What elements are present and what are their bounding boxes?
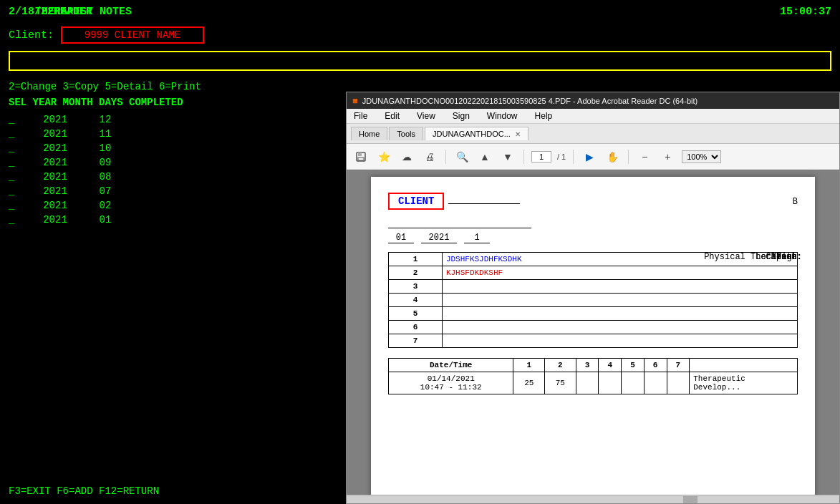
row-number: 6 bbox=[389, 321, 443, 334]
pt-row: Physical Therapist: bbox=[388, 215, 798, 228]
menu-sign[interactable]: Sign bbox=[450, 110, 473, 122]
terminal-header: 2/18/22 HEADER THERAPIST NOTES 15:00:37 bbox=[9, 6, 831, 18]
zoom-out-button[interactable]: 🔍 bbox=[453, 148, 470, 165]
table-row: 6 bbox=[389, 321, 798, 334]
dt-col-2: 2 bbox=[545, 359, 576, 372]
row-year: 2021 bbox=[30, 214, 80, 226]
pdf-window: ■ JDUNAGANTHDOCNO00120222021815003590825… bbox=[346, 92, 840, 504]
print-button[interactable]: 🖨 bbox=[421, 148, 438, 165]
row-month: 02 bbox=[80, 200, 130, 211]
page-number-input[interactable] bbox=[531, 151, 551, 163]
row-number: 4 bbox=[389, 294, 443, 307]
row-month: 08 bbox=[80, 171, 130, 183]
table-row: 2 KJHSFDKDKSHF bbox=[389, 266, 798, 280]
client-value: 9999 CLIENT NAME bbox=[61, 26, 204, 44]
yellow-bar[interactable] bbox=[9, 51, 831, 71]
select-tool-button[interactable]: ▶ bbox=[581, 148, 598, 165]
table-row: 5 bbox=[389, 307, 798, 321]
row-number: 3 bbox=[389, 280, 443, 294]
row-year: 2021 bbox=[30, 171, 80, 183]
row-sel: _ bbox=[9, 114, 30, 125]
row-number: 7 bbox=[389, 334, 443, 348]
row-year: 2021 bbox=[30, 114, 80, 125]
row-text bbox=[442, 280, 797, 294]
client-label: Client: bbox=[9, 29, 54, 42]
dt-val-6 bbox=[644, 372, 667, 394]
row-sel: _ bbox=[9, 142, 30, 154]
row-text bbox=[442, 307, 797, 321]
cloud-button[interactable]: ☁ bbox=[398, 148, 415, 165]
menu-window[interactable]: Window bbox=[484, 110, 521, 122]
row-year: 2021 bbox=[30, 157, 80, 168]
actions-row: 2=Change 3=Copy 5=Detail 6=Print bbox=[9, 81, 831, 92]
dt-col-note bbox=[690, 359, 798, 372]
hand-tool-button[interactable]: ✋ bbox=[604, 148, 621, 165]
dt-col-4: 4 bbox=[599, 359, 622, 372]
header-title: THERAPIST NOTES bbox=[35, 6, 132, 18]
pdf-titlebar-text: JDUNAGANTHDOCNO00120222021815003590825 4… bbox=[362, 97, 697, 105]
row-month: 11 bbox=[80, 128, 130, 140]
pdf-client-value: CLIENT bbox=[388, 193, 444, 210]
dt-col-3: 3 bbox=[576, 359, 599, 372]
header-time: 15:00:37 bbox=[780, 6, 831, 18]
terminal-footer: F3=EXIT F6=ADD F12=RETURN bbox=[9, 485, 159, 497]
scrollbar-thumb[interactable] bbox=[683, 496, 697, 503]
svg-rect-1 bbox=[358, 152, 362, 156]
tab-document[interactable]: JDUNAGANTHDOC... ✕ bbox=[425, 127, 528, 140]
items-table: 1 JDSHFKSJDHFKSDHK 2 KJHSFDKDKSHF 3 4 5 … bbox=[388, 252, 798, 348]
dt-val-3 bbox=[576, 372, 599, 394]
pdf-menubar: File Edit View Sign Window Help bbox=[347, 109, 839, 124]
zoom-plus-button[interactable]: + bbox=[659, 148, 676, 165]
row-sel: _ bbox=[9, 185, 30, 197]
horizontal-scrollbar[interactable] bbox=[347, 495, 839, 503]
page-value: 1 bbox=[464, 233, 490, 243]
table-row: 4 bbox=[389, 294, 798, 307]
pdf-titlebar: ■ JDUNAGANTHDOCNO00120222021815003590825… bbox=[347, 92, 839, 109]
table-row: 3 bbox=[389, 280, 798, 294]
pdf-label: PDF bbox=[811, 75, 827, 85]
dt-val-7 bbox=[667, 372, 690, 394]
menu-help[interactable]: Help bbox=[532, 110, 556, 122]
row-sel: _ bbox=[9, 200, 30, 211]
row-sel: _ bbox=[9, 128, 30, 140]
row-month: 01 bbox=[80, 214, 130, 226]
menu-edit[interactable]: Edit bbox=[382, 110, 402, 122]
year-value: 2021 bbox=[421, 233, 457, 243]
row-year: 2021 bbox=[30, 128, 80, 140]
tab-tools[interactable]: Tools bbox=[389, 127, 423, 140]
next-page-button[interactable]: ▼ bbox=[499, 148, 516, 165]
dt-datetime: 01/14/202110:47 - 11:32 bbox=[389, 372, 513, 394]
row-number: 2 bbox=[389, 266, 443, 280]
table-row: 01/14/202110:47 - 11:32 25 75 Therapeuti… bbox=[389, 372, 798, 394]
save-button[interactable] bbox=[352, 148, 370, 165]
row-number: 5 bbox=[389, 307, 443, 321]
client-row: Client: 9999 CLIENT NAME bbox=[9, 26, 831, 44]
row-year: 2021 bbox=[30, 200, 80, 211]
page-label: Page: bbox=[776, 252, 802, 262]
tab-home[interactable]: Home bbox=[351, 127, 387, 140]
row-sel: _ bbox=[9, 171, 30, 183]
menu-file[interactable]: File bbox=[351, 110, 370, 122]
row-number: 1 bbox=[389, 253, 443, 266]
row-text bbox=[442, 294, 797, 307]
dt-col-1: 1 bbox=[513, 359, 545, 372]
month-year-row: Month: 01 Year: 2021 Page: 1 bbox=[388, 233, 798, 243]
month-value: 01 bbox=[388, 233, 414, 243]
row-month: 12 bbox=[80, 114, 130, 125]
row-month: 10 bbox=[80, 142, 130, 154]
zoom-select[interactable]: 100% 75% 50% 125% 150% bbox=[682, 150, 721, 163]
dt-col-5: 5 bbox=[622, 359, 645, 372]
bookmark-button[interactable]: ⭐ bbox=[375, 148, 392, 165]
row-month: 07 bbox=[80, 185, 130, 197]
row-month: 09 bbox=[80, 157, 130, 168]
toolbar-sep3 bbox=[573, 150, 574, 164]
toolbar-sep1 bbox=[445, 150, 446, 164]
tab-close-icon[interactable]: ✕ bbox=[515, 130, 521, 138]
menu-view[interactable]: View bbox=[414, 110, 438, 122]
row-text bbox=[442, 321, 797, 334]
dt-val-4 bbox=[599, 372, 622, 394]
zoom-minus-button[interactable]: − bbox=[636, 148, 653, 165]
prev-page-button[interactable]: ▲ bbox=[476, 148, 493, 165]
pdf-content-area: Client: CLIENT Location: B Physical Ther… bbox=[347, 170, 839, 495]
row-text bbox=[442, 334, 797, 348]
